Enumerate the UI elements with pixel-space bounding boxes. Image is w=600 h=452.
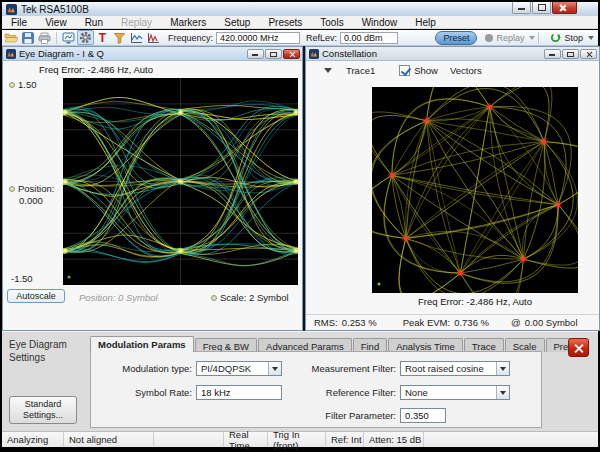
displays-button[interactable] <box>60 30 77 45</box>
eye-window-titlebar[interactable]: Eye Diagram - I & Q <box>3 47 302 61</box>
filter-parameter-input[interactable] <box>400 408 446 423</box>
stop-dropdown-icon[interactable] <box>588 36 594 40</box>
menu-tools[interactable]: Tools <box>311 17 352 28</box>
eye-freq-error: Freq Error: -2.486 Hz, Auto <box>39 64 153 75</box>
tab-freq-bw[interactable]: Freq & BW <box>195 338 257 352</box>
reflev-input[interactable] <box>340 32 398 44</box>
frequency-input[interactable] <box>216 32 300 44</box>
settings-button[interactable] <box>77 30 94 45</box>
status-empty <box>424 432 598 447</box>
title-bar: Tek RSA5100B <box>2 2 598 16</box>
displays-icon <box>62 32 75 44</box>
eye-maximize-button[interactable] <box>265 49 282 59</box>
save-button[interactable] <box>19 30 36 45</box>
analysis-plot-icon <box>130 32 143 44</box>
trigger-button[interactable]: T <box>94 30 111 45</box>
menu-presets[interactable]: Presets <box>259 17 311 28</box>
tab-trace[interactable]: Trace <box>464 338 504 352</box>
eye-y-max-label[interactable]: 1.50 <box>9 79 37 90</box>
eye-scale-readout[interactable]: Scale: 2 Symbol <box>211 292 289 303</box>
modulation-type-label: Modulation type: <box>91 363 196 374</box>
adjust-icon <box>211 295 217 301</box>
menu-help[interactable]: Help <box>406 17 445 28</box>
rms-value: 0.253 % <box>342 317 377 328</box>
eye-position-readout[interactable]: Position: 0.000 <box>9 183 54 207</box>
eye-close-button[interactable] <box>283 49 300 59</box>
menu-setup[interactable]: Setup <box>215 17 259 28</box>
gear-icon <box>79 31 92 44</box>
maximize-icon <box>538 4 546 11</box>
toolbar-separator <box>538 32 539 44</box>
replay-dropdown-icon[interactable] <box>529 36 535 40</box>
chevron-down-icon[interactable] <box>324 68 332 73</box>
replay-button: Replay <box>485 33 535 43</box>
modulation-type-dropdown[interactable]: PI/4DQPSK <box>196 361 282 376</box>
printer-icon <box>38 32 51 44</box>
trace-label[interactable]: Trace1 <box>346 65 375 76</box>
constellation-minimize-button[interactable] <box>544 49 561 59</box>
tek-logo-icon <box>6 4 17 15</box>
menu-bar: File View Run Replay Markers Setup Prese… <box>2 16 598 29</box>
menu-run[interactable]: Run <box>76 17 112 28</box>
status-bar: Analyzing Not aligned Real Time Trig In … <box>2 431 598 447</box>
eye-diagram-plot[interactable] <box>63 78 298 285</box>
status-spacer <box>154 432 224 447</box>
show-checkbox[interactable] <box>399 65 410 76</box>
constellation-window-titlebar[interactable]: Constellation <box>306 47 599 61</box>
trigger-icon: T <box>99 31 106 45</box>
reflev-label: RefLev: <box>306 33 337 43</box>
close-button[interactable] <box>552 2 577 14</box>
standard-settings-button[interactable]: Standard Settings... <box>9 396 77 424</box>
menu-window[interactable]: Window <box>353 17 407 28</box>
menu-markers[interactable]: Markers <box>161 17 215 28</box>
tab-advanced-params[interactable]: Advanced Params <box>258 338 352 352</box>
display-area: Eye Diagram - I & Q Freq Error: -2.486 H… <box>2 46 598 331</box>
status-trigger: Trig In (front) <box>268 432 326 447</box>
measurement-filter-label: Measurement Filter: <box>282 363 400 374</box>
eye-y-min-label: -1.50 <box>11 273 33 284</box>
vectors-label[interactable]: Vectors <box>450 65 482 76</box>
save-floppy-icon <box>22 32 34 44</box>
symbol-rate-label: Symbol Rate: <box>91 387 196 398</box>
markers-button[interactable] <box>145 30 162 45</box>
status-alignment: Not aligned <box>64 432 154 447</box>
toolbar: T Frequency: RefLev: Preset Replay Stop <box>2 30 598 46</box>
chevron-down-icon <box>496 386 509 399</box>
tab-analysis-time[interactable]: Analysis Time <box>388 338 463 352</box>
preset-button[interactable]: Preset <box>435 31 477 45</box>
tab-scale[interactable]: Scale <box>505 338 545 352</box>
symbol-rate-input[interactable] <box>196 385 282 400</box>
measurement-filter-dropdown[interactable]: Root raised cosine <box>400 361 510 376</box>
stop-button[interactable]: Stop <box>550 32 594 43</box>
adjust-icon <box>9 186 15 192</box>
constellation-footer: RMS: 0.253 % Peak EVM: 0.736 % @ 0.00 Sy… <box>306 314 599 330</box>
settings-panel: Eye Diagram Settings Standard Settings..… <box>2 331 598 431</box>
print-button[interactable] <box>36 30 53 45</box>
adjust-icon <box>9 82 15 88</box>
constellation-close-button[interactable] <box>580 49 597 59</box>
open-button[interactable] <box>2 30 19 45</box>
settings-close-button[interactable] <box>568 338 589 357</box>
tab-find[interactable]: Find <box>353 338 387 352</box>
window-title: Tek RSA5100B <box>21 4 89 15</box>
menu-view[interactable]: View <box>36 17 76 28</box>
frequency-label: Frequency: <box>168 33 213 43</box>
menu-file[interactable]: File <box>2 17 36 28</box>
autoscale-button[interactable]: Autoscale <box>7 289 65 303</box>
status-attenuation: Atten: 15 dB <box>364 432 424 447</box>
constellation-freq-error: Freq Error: -2.486 Hz, Auto <box>372 296 578 307</box>
tek-logo-icon <box>6 49 16 59</box>
minimize-button[interactable] <box>512 2 531 14</box>
eye-minimize-button[interactable] <box>247 49 264 59</box>
at-label: @ <box>511 317 521 328</box>
reference-filter-dropdown[interactable]: None <box>400 385 510 400</box>
status-acq-mode: Real Time <box>224 432 268 447</box>
maximize-button[interactable] <box>532 2 551 14</box>
settings-panel-title: Eye Diagram Settings <box>9 339 85 364</box>
chevron-down-icon <box>496 362 509 375</box>
tab-modulation-params[interactable]: Modulation Params <box>90 336 194 352</box>
constellation-maximize-button[interactable] <box>562 49 579 59</box>
analysis-button[interactable] <box>128 30 145 45</box>
constellation-plot[interactable] <box>372 87 578 293</box>
amplitude-button[interactable] <box>111 30 128 45</box>
